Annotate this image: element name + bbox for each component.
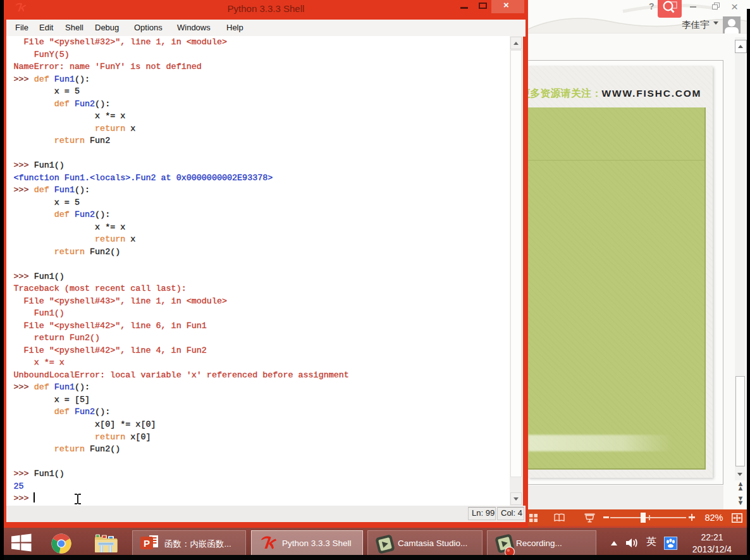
svg-text:P: P xyxy=(144,538,150,549)
